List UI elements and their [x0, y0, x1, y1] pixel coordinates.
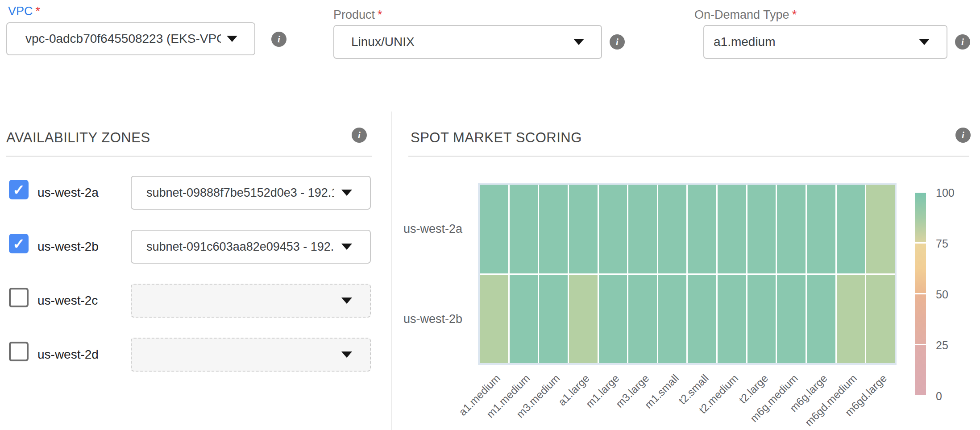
az-row: us-west-2d	[0, 338, 391, 372]
heatmap-row-label: us-west-2b	[403, 311, 462, 327]
colorbar-segment	[915, 345, 926, 395]
availability-zones-title: AVAILABILITY ZONES	[6, 130, 150, 146]
heatmap-cell[interactable]	[599, 185, 627, 273]
vpc-label-text: VPC	[8, 4, 33, 18]
heatmap-cell[interactable]	[747, 185, 776, 273]
required-asterisk: *	[792, 8, 797, 21]
heatmap-cell[interactable]	[688, 185, 716, 273]
chevron-down-icon	[227, 36, 237, 42]
heatmap-cell[interactable]	[569, 185, 598, 273]
on-demand-type-label: On-Demand Type*	[694, 8, 797, 22]
checkmark-icon: ✓	[9, 234, 29, 253]
heatmap-cell[interactable]	[866, 275, 895, 364]
colorbar-segment	[915, 193, 926, 242]
heatmap-cell[interactable]	[658, 185, 687, 273]
az-checkbox[interactable]: ✓	[9, 234, 29, 253]
heatmap-cell[interactable]	[628, 275, 657, 364]
subnet-select[interactable]: subnet-091c603aa82e09453 - 192.168…	[131, 230, 371, 264]
heatmap-cell[interactable]	[539, 185, 568, 273]
heatmap-cell[interactable]	[807, 275, 835, 364]
colorbar-segment	[915, 294, 926, 344]
heatmap-cell[interactable]	[866, 185, 895, 273]
availability-zones-underline	[6, 156, 372, 157]
checkmark-icon: ✓	[9, 180, 29, 199]
product-select[interactable]: Linux/UNIX	[333, 25, 602, 59]
heatmap-row-label: us-west-2a	[403, 221, 462, 236]
spot-market-scoring-underline	[408, 156, 969, 157]
colorbar-tick-label: 25	[936, 339, 948, 352]
az-checkbox[interactable]	[9, 342, 29, 361]
chevron-down-icon	[573, 39, 584, 45]
az-zone-label: us-west-2c	[37, 284, 98, 318]
subnet-select-value: subnet-09888f7be5152d0e3 - 192.168…	[146, 186, 334, 200]
checkmark-icon	[11, 289, 27, 306]
required-asterisk: *	[36, 4, 41, 18]
spot-score-heatmap	[478, 183, 897, 365]
spot-market-scoring-info-icon[interactable]: i	[955, 128, 971, 143]
az-row: ✓ us-west-2a subnet-09888f7be5152d0e3 - …	[0, 176, 391, 210]
chevron-down-icon	[341, 351, 352, 358]
az-zone-label: us-west-2b	[37, 230, 99, 264]
availability-zone-rows: ✓ us-west-2a subnet-09888f7be5152d0e3 - …	[0, 176, 391, 392]
heatmap-cell[interactable]	[718, 275, 746, 364]
heatmap-cell[interactable]	[837, 275, 865, 364]
az-checkbox[interactable]	[9, 288, 29, 307]
heatmap-cell[interactable]	[658, 275, 687, 364]
heatmap-x-label: m6gd.medium	[803, 372, 860, 429]
vpc-select[interactable]: vpc-0adcb70f645508223 (EKS-VPC)	[6, 22, 255, 55]
required-asterisk: *	[378, 8, 382, 21]
heatmap-cell[interactable]	[777, 275, 806, 364]
subnet-select[interactable]	[131, 284, 371, 318]
heatmap-cell[interactable]	[777, 185, 806, 273]
vpc-label: VPC*	[8, 4, 40, 18]
product-select-value: Linux/UNIX	[351, 35, 415, 49]
product-label: Product*	[333, 8, 382, 22]
heatmap-colorbar	[915, 193, 926, 396]
section-divider	[391, 112, 392, 430]
az-row: us-west-2c	[0, 284, 391, 318]
colorbar-segment	[915, 244, 926, 293]
az-row: ✓ us-west-2b subnet-091c603aa82e09453 - …	[0, 230, 391, 264]
colorbar-tick-label: 100	[936, 186, 955, 199]
heatmap-cell[interactable]	[837, 185, 865, 273]
spot-configuration-page: VPC* vpc-0adcb70f645508223 (EKS-VPC) i P…	[0, 0, 980, 430]
colorbar-tick-label: 75	[936, 237, 948, 250]
subnet-select[interactable]: subnet-09888f7be5152d0e3 - 192.168…	[131, 176, 371, 210]
heatmap-cell[interactable]	[569, 275, 598, 364]
chevron-down-icon	[341, 190, 352, 196]
chevron-down-icon	[341, 244, 352, 250]
heatmap-cell[interactable]	[688, 275, 716, 364]
on-demand-type-info-icon[interactable]: i	[955, 34, 970, 50]
heatmap-cell[interactable]	[539, 275, 568, 364]
availability-zones-info-icon[interactable]: i	[352, 128, 367, 143]
subnet-select[interactable]	[131, 338, 371, 372]
heatmap-cell[interactable]	[510, 185, 538, 273]
heatmap-cell[interactable]	[510, 275, 538, 364]
on-demand-type-label-text: On-Demand Type	[694, 8, 789, 21]
vpc-select-value: vpc-0adcb70f645508223 (EKS-VPC)	[25, 32, 221, 46]
heatmap-cell[interactable]	[480, 275, 508, 364]
subnet-select-value: subnet-091c603aa82e09453 - 192.168…	[146, 240, 334, 254]
vpc-info-icon[interactable]: i	[271, 32, 287, 47]
spot-market-scoring-title: SPOT MARKET SCORING	[411, 130, 582, 146]
heatmap-cell[interactable]	[747, 275, 776, 364]
chevron-down-icon	[919, 39, 930, 45]
heatmap-cell[interactable]	[718, 185, 746, 273]
az-zone-label: us-west-2a	[37, 176, 99, 210]
on-demand-type-select[interactable]: a1.medium	[703, 25, 947, 59]
az-zone-label: us-west-2d	[37, 338, 99, 372]
heatmap-cell[interactable]	[628, 185, 657, 273]
heatmap-cell[interactable]	[807, 185, 835, 273]
colorbar-tick-label: 50	[936, 288, 948, 301]
chevron-down-icon	[341, 298, 352, 304]
on-demand-type-select-value: a1.medium	[714, 35, 776, 49]
az-checkbox[interactable]: ✓	[9, 180, 29, 199]
checkmark-icon	[11, 343, 27, 360]
product-info-icon[interactable]: i	[610, 34, 625, 50]
product-label-text: Product	[333, 8, 375, 21]
heatmap-cell[interactable]	[480, 185, 508, 273]
colorbar-tick-label: 0	[936, 389, 942, 403]
heatmap-cell[interactable]	[599, 275, 627, 364]
